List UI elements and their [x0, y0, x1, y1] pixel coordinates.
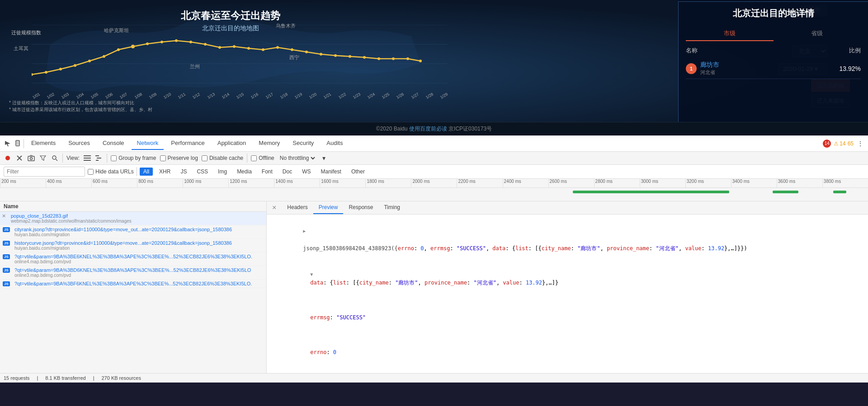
- filter-tab-manifest[interactable]: Manifest: [317, 168, 345, 176]
- filter-tab-img[interactable]: Img: [214, 168, 231, 176]
- devtools-cursor-icon[interactable]: [4, 140, 12, 148]
- tab-city[interactable]: 市级: [686, 27, 774, 41]
- offline-checkbox[interactable]: Offline: [251, 155, 274, 161]
- tab-console[interactable]: Console: [97, 137, 130, 150]
- tick-400: 400 ms: [46, 179, 91, 187]
- hide-data-urls-checkbox[interactable]: Hide data URLs: [88, 168, 134, 175]
- tab-security[interactable]: Security: [287, 137, 319, 150]
- search-toggle-button[interactable]: [51, 154, 59, 162]
- svg-point-27: [305, 51, 308, 53]
- filter-tab-doc[interactable]: Doc: [279, 168, 296, 176]
- detail-tab-timing[interactable]: Timing: [378, 201, 406, 214]
- svg-point-33: [392, 57, 395, 60]
- svg-point-31: [363, 56, 366, 59]
- panel-row-1[interactable]: 1 廊坊市 河北省 13.92%: [686, 58, 861, 79]
- requests-panel: Name ✕ popup_close_15d2283.gif webmap2.m…: [0, 201, 267, 373]
- map-area: 北京春运至今迁出趋势 北京迁出目的地地图 迁徙规模指数 30 20 10 0: [0, 0, 868, 122]
- svg-point-32: [377, 57, 380, 60]
- json-line-3: errmsg: "SUCCESS": [278, 296, 864, 331]
- request-type-badge-2: JS: [3, 241, 10, 246]
- disable-cache-checkbox[interactable]: Disable cache: [202, 155, 243, 161]
- svg-point-43: [30, 158, 33, 160]
- tick-200: 200 ms: [0, 179, 46, 187]
- request-item-0[interactable]: ✕ popup_close_15d2283.gif webmap2.map.bd…: [0, 212, 266, 225]
- city-info-1: 廊坊市 河北省: [700, 61, 840, 76]
- svg-point-19: [189, 41, 192, 43]
- copyright-bar: ©2020 Baidu 使用百度前必读 京ICP证030173号: [0, 122, 868, 135]
- tab-performance[interactable]: Performance: [165, 137, 210, 150]
- copyright-icp: 京ICP证030173号: [448, 126, 492, 132]
- timeline-bar-3: [833, 191, 846, 193]
- right-panel-title: 北京迁出目的地详情: [686, 7, 861, 19]
- tick-800: 800 ms: [137, 179, 183, 187]
- col-ratio-header: 比例: [849, 47, 861, 55]
- tick-1800: 1800 ms: [365, 179, 411, 187]
- svg-rect-37: [16, 141, 19, 145]
- tab-audits[interactable]: Audits: [321, 137, 348, 150]
- filter-tab-media[interactable]: Media: [233, 168, 255, 176]
- filter-tab-other[interactable]: Other: [348, 168, 368, 176]
- filter-tab-js[interactable]: JS: [177, 168, 190, 176]
- tick-3600: 3600 ms: [777, 179, 822, 187]
- tab-memory[interactable]: Memory: [253, 137, 285, 150]
- request-item-5[interactable]: JS ?qt=vtile&param=9BA%3BF6KNEL%3E%3B8A%…: [0, 280, 266, 288]
- panel-tabs: 市级 省级: [686, 27, 861, 41]
- status-separator-2: |: [93, 375, 94, 381]
- svg-point-34: [406, 57, 409, 60]
- devtools-more-icon[interactable]: ⋮: [856, 140, 864, 148]
- preview-content: ▶ jsonp_1580386984204_4388923({errno: 0,…: [267, 215, 868, 373]
- request-item-2[interactable]: JS historycurve.jsonp?dt=province&id=110…: [0, 239, 266, 252]
- view-waterfall-icon[interactable]: [95, 154, 103, 162]
- details-close-button[interactable]: ×: [270, 202, 278, 214]
- request-item-3[interactable]: JS ?qt=vtile&param=9BA%3BE6KNEL%3E%3B8A%…: [0, 252, 266, 266]
- filter-tab-ws[interactable]: WS: [298, 168, 314, 176]
- error-badge: 14: [823, 140, 831, 148]
- screenshot-button[interactable]: [27, 154, 35, 162]
- devtools-device-icon[interactable]: [14, 140, 22, 148]
- filter-input[interactable]: [4, 167, 85, 177]
- tick-1600: 1600 ms: [320, 179, 365, 187]
- request-item-1[interactable]: JS cityrank.jsonp?dt=province&id=110000&…: [0, 225, 266, 239]
- status-resources: 270 KB resources: [101, 375, 141, 381]
- tab-elements[interactable]: Elements: [26, 137, 61, 150]
- tab-province[interactable]: 省级: [774, 27, 861, 41]
- detail-tab-preview[interactable]: Preview: [313, 201, 344, 214]
- filter-tab-css[interactable]: CSS: [193, 168, 212, 176]
- svg-rect-46: [84, 155, 91, 156]
- request-item-4[interactable]: JS ?qt=vtile&param=9BA%3BD6KNEL%3E%3B8A%…: [0, 266, 266, 280]
- filter-tab-xhr[interactable]: XHR: [156, 168, 174, 176]
- svg-point-10: [59, 68, 62, 70]
- request-name-4: ?qt=vtile&param=9BA%3BD6KNEL%3E%3B8A%3AP…: [11, 267, 263, 273]
- expand-triangle-1[interactable]: ▶: [303, 229, 306, 233]
- detail-tab-response[interactable]: Response: [343, 201, 378, 214]
- request-url-0: webmap2.map.bdstatic.com/wolfman/static/…: [11, 219, 263, 224]
- city-label-urumqi: 乌鲁木齐: [276, 23, 296, 29]
- copyright-link-1[interactable]: 使用百度前必读: [409, 126, 447, 132]
- filter-tab-all[interactable]: All: [140, 168, 153, 176]
- svg-point-14: [117, 48, 120, 51]
- tick-3400: 3400 ms: [731, 179, 777, 187]
- tab-application[interactable]: Application: [212, 137, 252, 150]
- request-close-0[interactable]: ✕: [2, 213, 6, 219]
- throttle-select[interactable]: No throttling: [278, 154, 316, 162]
- svg-point-11: [74, 64, 76, 67]
- expand-triangle-2[interactable]: ▼: [310, 272, 313, 277]
- svg-point-20: [204, 43, 207, 46]
- group-by-frame-checkbox[interactable]: Group by frame: [111, 155, 156, 161]
- record-button[interactable]: [4, 154, 12, 162]
- tick-2800: 2800 ms: [594, 179, 640, 187]
- city-label-hasakesi: 哈萨克斯坦: [104, 27, 129, 34]
- clear-button[interactable]: [15, 154, 24, 162]
- tab-sources[interactable]: Sources: [63, 137, 95, 150]
- city-name-1: 廊坊市: [700, 61, 840, 69]
- svg-point-25: [276, 46, 279, 49]
- tab-network[interactable]: Network: [132, 137, 164, 150]
- detail-tab-headers[interactable]: Headers: [282, 201, 313, 214]
- preserve-log-checkbox[interactable]: Preserve log: [160, 155, 198, 161]
- devtools-topbar: Elements Sources Console Network Perform…: [0, 135, 868, 152]
- throttle-settings-icon[interactable]: ▾: [320, 154, 328, 162]
- view-list-icon[interactable]: [83, 154, 91, 162]
- filter-tab-font[interactable]: Font: [258, 168, 276, 176]
- filter-toggle-button[interactable]: [39, 154, 47, 162]
- warning-badge-count: 65: [848, 140, 854, 147]
